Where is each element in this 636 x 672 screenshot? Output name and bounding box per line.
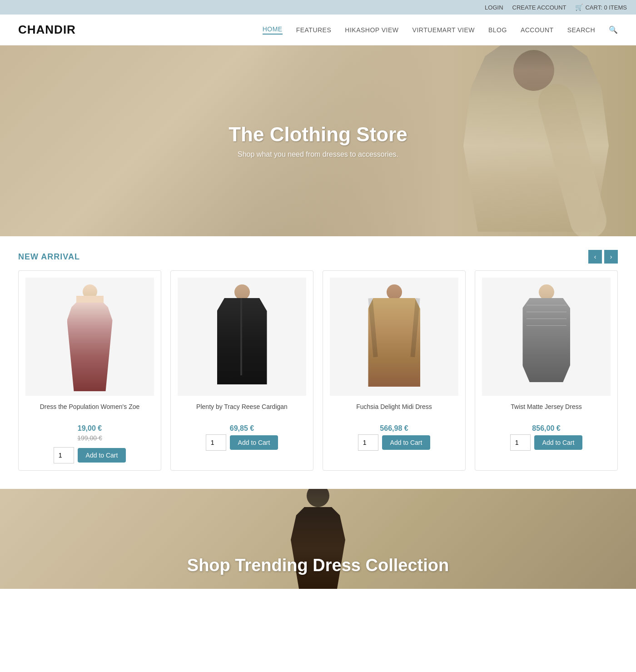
header: CHANDIR HOME FEATURES HIKASHOP VIEW VIRT… xyxy=(0,15,636,45)
product-name-2: Plenty by Tracy Reese Cardigan xyxy=(178,403,306,421)
search-icon[interactable]: 🔍 xyxy=(609,25,618,34)
nav-search[interactable]: SEARCH xyxy=(567,26,595,34)
add-to-cart-button-1[interactable]: Add to Cart xyxy=(78,448,126,463)
product-price-new-2: 69,85 € xyxy=(178,424,306,433)
knit-line2 xyxy=(527,312,566,312)
qty-input-3[interactable] xyxy=(358,434,378,451)
qty-input-2[interactable] xyxy=(206,434,226,451)
new-arrival-header: NEW ARRIVAL ‹ › xyxy=(0,236,636,270)
hero-title: The Clothing Store xyxy=(229,123,407,146)
top-bar: LOGIN CREATE ACCOUNT 🛒 CART: 0 ITEMS xyxy=(0,0,636,15)
hero-banner: The Clothing Store Shop what you need fr… xyxy=(0,45,636,236)
cart-link[interactable]: 🛒 CART: 0 ITEMS xyxy=(575,4,627,11)
product-card-3: Fuchsia Delight Midi Dress 566,98 € Add … xyxy=(323,270,466,471)
create-account-link[interactable]: CREATE ACCOUNT xyxy=(512,4,566,11)
login-link[interactable]: LOGIN xyxy=(485,4,503,11)
add-to-cart-button-3[interactable]: Add to Cart xyxy=(382,435,431,450)
knit-line3 xyxy=(527,319,566,319)
qty-input-4[interactable] xyxy=(510,434,531,451)
figure3-head xyxy=(387,284,402,300)
product-actions-4: Add to Cart xyxy=(482,434,611,451)
cart-icon: 🛒 xyxy=(575,4,583,11)
section-title: NEW ARRIVAL xyxy=(18,252,80,262)
product-name-1: Dress the Population Women's Zoe xyxy=(25,403,154,421)
product-price-new-1: 19,00 € xyxy=(25,424,154,433)
product-image-4 xyxy=(510,282,583,391)
banner-figure-head xyxy=(307,489,329,507)
carousel-next-button[interactable]: › xyxy=(604,250,618,264)
bottom-banner: Shop Trending Dress Collection xyxy=(0,489,636,589)
product-name-4: Twist Matte Jersey Dress xyxy=(482,403,611,421)
hero-subtitle: Shop what you need from dresses to acces… xyxy=(229,150,407,159)
bottom-banner-title: Shop Trending Dress Collection xyxy=(187,556,449,575)
product-card-4: Twist Matte Jersey Dress 856,00 € Add to… xyxy=(475,270,618,471)
product-actions-1: Add to Cart xyxy=(25,447,154,463)
product-image-1 xyxy=(54,282,126,391)
banner-figure-body xyxy=(291,507,345,589)
hero-content: The Clothing Store Shop what you need fr… xyxy=(229,123,407,159)
products-grid: Dress the Population Women's Zoe 19,00 €… xyxy=(0,270,636,489)
figure2-head xyxy=(234,284,250,300)
product-card-1: Dress the Population Women's Zoe 19,00 €… xyxy=(18,270,161,471)
product-price-new-4: 856,00 € xyxy=(482,424,611,433)
product-image-wrap-1[interactable] xyxy=(25,278,154,396)
nav-features[interactable]: FEATURES xyxy=(296,26,332,34)
product-image-2 xyxy=(206,282,278,391)
nav-home[interactable]: HOME xyxy=(263,25,283,35)
figure2-zipper xyxy=(240,298,242,375)
product-actions-2: Add to Cart xyxy=(178,434,306,451)
product-image-wrap-3[interactable] xyxy=(330,278,458,396)
carousel-controls: ‹ › xyxy=(588,250,618,264)
cart-label: CART: 0 ITEMS xyxy=(585,4,627,11)
add-to-cart-button-2[interactable]: Add to Cart xyxy=(230,435,278,450)
logo[interactable]: CHANDIR xyxy=(18,23,76,37)
nav-account[interactable]: ACCOUNT xyxy=(521,26,554,34)
nav-blog[interactable]: BLOG xyxy=(488,26,507,34)
qty-input-1[interactable] xyxy=(54,447,74,463)
product-price-new-3: 566,98 € xyxy=(330,424,458,433)
product-name-3: Fuchsia Delight Midi Dress xyxy=(330,403,458,421)
nav-virtuemart[interactable]: VIRTUEMART VIEW xyxy=(412,26,475,34)
knit-line1 xyxy=(527,305,566,305)
product-price-old-1: 199,00 € xyxy=(25,434,154,442)
figure-dress xyxy=(67,303,113,391)
figure4-head xyxy=(539,284,554,300)
product-image-wrap-2[interactable] xyxy=(178,278,306,396)
carousel-prev-button[interactable]: ‹ xyxy=(588,250,602,264)
nav-hikashop[interactable]: HIKASHOP VIEW xyxy=(345,26,398,34)
knit-line4 xyxy=(527,325,566,326)
main-nav: HOME FEATURES HIKASHOP VIEW VIRTUEMART V… xyxy=(263,25,618,35)
product-image-3 xyxy=(358,282,431,391)
product-actions-3: Add to Cart xyxy=(330,434,458,451)
product-image-wrap-4[interactable] xyxy=(482,278,611,396)
figure4-cardigan xyxy=(522,298,570,382)
product-card-2: Plenty by Tracy Reese Cardigan 69,85 € A… xyxy=(170,270,313,471)
figure2-jacket xyxy=(217,298,267,384)
add-to-cart-button-4[interactable]: Add to Cart xyxy=(534,435,583,450)
hero-figure-head xyxy=(513,50,554,91)
